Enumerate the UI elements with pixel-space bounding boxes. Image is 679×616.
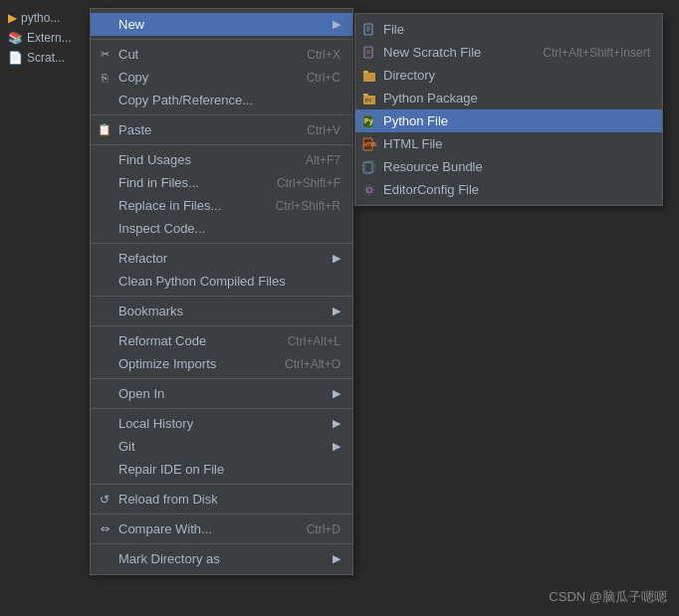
replace-in-files-label: Replace in Files... xyxy=(118,198,221,213)
submenu-new: File New Scratch File Ctrl+Alt+Shift+Ins… xyxy=(354,13,663,206)
git-label: Git xyxy=(118,439,135,454)
menu-item-repair-ide[interactable]: Repair IDE on File xyxy=(91,458,352,481)
cut-shortcut: Ctrl+X xyxy=(307,48,340,62)
submenu-arrow-mark-directory: ▶ xyxy=(333,552,340,565)
sidebar-item-scratch[interactable]: 📄 Scrat... xyxy=(4,48,76,68)
menu-item-compare[interactable]: ⇔ Compare With... Ctrl+D xyxy=(91,517,352,540)
menu-item-open-in[interactable]: Open In ▶ xyxy=(91,382,352,405)
separator-9 xyxy=(91,484,352,485)
submenu-item-editorconfig[interactable]: EditorConfig File xyxy=(355,178,662,201)
menu-item-reformat[interactable]: Reformat Code Ctrl+Alt+L xyxy=(91,329,352,352)
cut-label: Cut xyxy=(118,47,138,62)
menu-item-paste[interactable]: 📋 Paste Ctrl+V xyxy=(91,118,352,141)
menu-item-clean-compiled[interactable]: Clean Python Compiled Files xyxy=(91,270,352,293)
menu-item-inspect-code[interactable]: Inspect Code... xyxy=(91,217,352,240)
watermark: CSDN @脑瓜子嗯嗯 xyxy=(549,588,667,606)
menu-item-copy[interactable]: ⎘ Copy Ctrl+C xyxy=(91,66,352,89)
menu-item-new[interactable]: New ▶ File New Scratch File xyxy=(91,13,352,36)
separator-5 xyxy=(91,296,352,297)
submenu-arrow-git: ▶ xyxy=(333,440,340,453)
resource-bundle-icon xyxy=(361,159,377,175)
submenu-item-file[interactable]: File xyxy=(355,18,662,41)
replace-in-files-shortcut: Ctrl+Shift+R xyxy=(276,199,340,213)
copy-shortcut: Ctrl+C xyxy=(307,71,340,85)
clean-compiled-label: Clean Python Compiled Files xyxy=(118,274,286,289)
sidebar-item-external[interactable]: 📚 Extern... xyxy=(4,28,76,48)
separator-4 xyxy=(91,243,352,244)
svg-rect-13 xyxy=(365,161,374,172)
python-file-icon: Py xyxy=(361,113,377,129)
menu-item-find-usages[interactable]: Find Usages Alt+F7 xyxy=(91,148,352,171)
find-usages-shortcut: Alt+F7 xyxy=(306,153,340,167)
submenu-scratch-shortcut: Ctrl+Alt+Shift+Insert xyxy=(543,46,650,60)
separator-8 xyxy=(91,408,352,409)
submenu-python-file-label: Python File xyxy=(383,113,448,128)
submenu-file-label: File xyxy=(383,22,404,37)
optimize-imports-label: Optimize Imports xyxy=(118,356,216,371)
menu-item-local-history[interactable]: Local History ▶ xyxy=(91,412,352,435)
separator-2 xyxy=(91,114,352,115)
menu-item-copy-path[interactable]: Copy Path/Reference... xyxy=(91,89,352,111)
separator-10 xyxy=(91,513,352,514)
svg-text:Py: Py xyxy=(364,117,373,125)
menu-item-bookmarks[interactable]: Bookmarks ▶ xyxy=(91,300,352,322)
svg-text:PY: PY xyxy=(365,98,372,103)
submenu-resource-label: Resource Bundle xyxy=(383,159,483,174)
menu-item-git[interactable]: Git ▶ xyxy=(91,435,352,458)
submenu-item-html-file[interactable]: HTML HTML File xyxy=(355,132,662,155)
menu-item-mark-directory[interactable]: Mark Directory as ▶ xyxy=(91,547,352,570)
paste-label: Paste xyxy=(118,122,151,137)
submenu-arrow-refactor: ▶ xyxy=(333,252,340,265)
submenu-arrow-bookmarks: ▶ xyxy=(333,305,340,317)
menu-item-replace-in-files[interactable]: Replace in Files... Ctrl+Shift+R xyxy=(91,194,352,217)
copy-path-label: Copy Path/Reference... xyxy=(118,93,253,107)
sidebar-scratch-label: Scrat... xyxy=(27,51,65,65)
svg-rect-0 xyxy=(364,24,372,35)
paste-icon: 📋 xyxy=(97,122,113,138)
submenu-item-python-package[interactable]: PY Python Package xyxy=(355,87,662,109)
sidebar-project-label: pytho... xyxy=(21,11,60,25)
find-in-files-shortcut: Ctrl+Shift+F xyxy=(277,176,340,190)
watermark-text: CSDN @脑瓜子嗯嗯 xyxy=(549,589,667,604)
submenu-python-package-label: Python Package xyxy=(383,91,478,105)
submenu-item-new-scratch[interactable]: New Scratch File Ctrl+Alt+Shift+Insert xyxy=(355,41,662,64)
compare-label: Compare With... xyxy=(118,521,212,536)
sidebar: ▶ pytho... 📚 Extern... 📄 Scrat... xyxy=(0,0,80,616)
compare-shortcut: Ctrl+D xyxy=(307,522,340,536)
copy-label: Copy xyxy=(118,70,148,85)
optimize-imports-shortcut: Ctrl+Alt+O xyxy=(285,357,340,371)
sidebar-item-project[interactable]: ▶ pytho... xyxy=(4,8,76,28)
menu-item-find-in-files[interactable]: Find in Files... Ctrl+Shift+F xyxy=(91,171,352,194)
inspect-code-label: Inspect Code... xyxy=(118,221,205,236)
svg-rect-4 xyxy=(364,47,372,58)
compare-icon: ⇔ xyxy=(97,521,113,537)
sidebar-external-label: Extern... xyxy=(27,31,72,45)
local-history-label: Local History xyxy=(118,416,193,431)
new-label: New xyxy=(118,17,144,32)
reload-icon: ↺ xyxy=(97,492,113,508)
submenu-arrow-open-in: ▶ xyxy=(333,387,340,400)
submenu-item-resource-bundle[interactable]: Resource Bundle xyxy=(355,155,662,178)
svg-rect-12 xyxy=(363,162,372,173)
bookmarks-label: Bookmarks xyxy=(118,304,183,318)
file-icon xyxy=(361,22,377,38)
submenu-item-directory[interactable]: Directory xyxy=(355,64,662,87)
menu-item-optimize-imports[interactable]: Optimize Imports Ctrl+Alt+O xyxy=(91,352,352,375)
copy-icon: ⎘ xyxy=(97,70,113,86)
python-package-icon: PY xyxy=(361,91,377,106)
separator-7 xyxy=(91,378,352,379)
cut-icon: ✂ xyxy=(97,47,113,63)
separator-11 xyxy=(91,543,352,544)
find-in-files-label: Find in Files... xyxy=(118,175,199,190)
paste-shortcut: Ctrl+V xyxy=(307,123,340,137)
submenu-html-label: HTML File xyxy=(383,136,442,151)
menu-item-refactor[interactable]: Refactor ▶ xyxy=(91,247,352,270)
separator-6 xyxy=(91,325,352,326)
svg-text:HTML: HTML xyxy=(364,141,377,147)
menu-item-cut[interactable]: ✂ Cut Ctrl+X xyxy=(91,43,352,66)
menu-item-reload[interactable]: ↺ Reload from Disk xyxy=(91,488,352,511)
new-scratch-icon xyxy=(361,45,377,61)
svg-point-14 xyxy=(367,187,372,192)
html-file-icon: HTML xyxy=(361,136,377,152)
submenu-item-python-file[interactable]: Py Python File xyxy=(355,109,662,132)
